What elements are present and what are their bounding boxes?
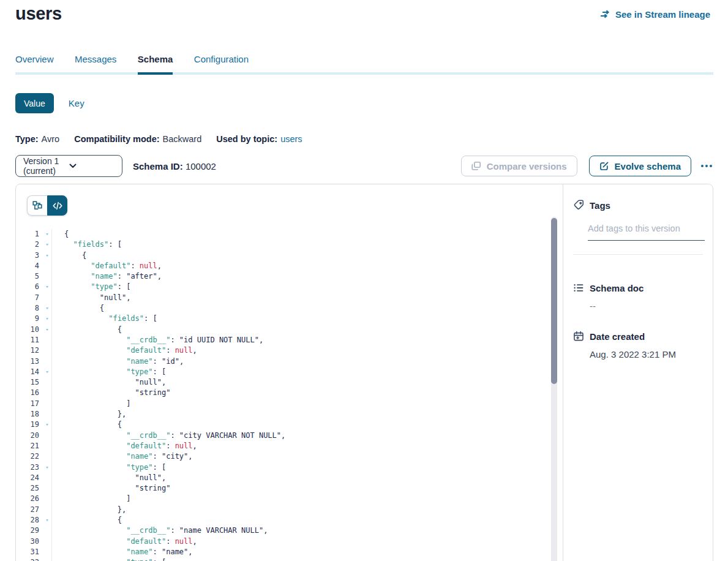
see-in-stream-lineage-link[interactable]: See in Stream lineage	[599, 9, 710, 20]
code-text: "default": null,	[51, 345, 550, 356]
tab-schema[interactable]: Schema	[138, 54, 173, 75]
code-text: "null",	[51, 473, 550, 483]
code-text: "__crdb__": "id UUID NOT NULL",	[51, 335, 550, 345]
line-number: 31	[22, 547, 39, 557]
fold-toggle-icon[interactable]: ▾	[43, 282, 51, 292]
code-text: "string"	[51, 388, 550, 398]
more-options-button[interactable]	[700, 161, 713, 171]
code-text: "default": null,	[51, 441, 550, 451]
page-title: users	[15, 4, 62, 24]
stream-lineage-icon	[599, 9, 610, 20]
compatibility-value: Backward	[163, 134, 202, 144]
view-toggle	[27, 195, 67, 216]
fold-spacer	[43, 473, 51, 483]
tab-configuration[interactable]: Configuration	[194, 54, 249, 72]
line-number: 26	[22, 494, 39, 504]
fold-toggle-icon[interactable]: ▾	[43, 314, 51, 324]
fold-toggle-icon[interactable]: ▾	[43, 557, 51, 561]
line-number: 27	[22, 505, 39, 515]
code-text: },	[51, 505, 550, 515]
line-number: 16	[22, 388, 39, 398]
value-tab-button[interactable]: Value	[15, 93, 54, 113]
fold-spacer	[43, 409, 51, 420]
list-icon	[573, 282, 584, 293]
fold-spacer	[43, 388, 51, 398]
code-text: "__crdb__": "name VARCHAR NULL",	[51, 525, 550, 536]
code-text: "name": "id",	[51, 356, 550, 367]
code-text: "name": "city",	[51, 451, 550, 462]
line-number: 13	[22, 356, 39, 367]
value-key-toggle: Value Key	[15, 93, 84, 113]
fold-toggle-icon[interactable]: ▾	[43, 515, 51, 525]
fold-toggle-icon[interactable]: ▾	[43, 325, 51, 335]
code-view-button[interactable]	[47, 195, 67, 216]
key-tab-button[interactable]: Key	[69, 98, 84, 108]
code-line: 28▾ {	[16, 515, 550, 525]
code-line: 19▾ {	[16, 420, 550, 430]
code-line: 18 },	[16, 409, 550, 420]
tags-section: Tags	[573, 200, 703, 255]
fold-toggle-icon[interactable]: ▾	[43, 250, 51, 261]
fold-toggle-icon[interactable]: ▾	[43, 303, 51, 314]
fold-toggle-icon[interactable]: ▾	[43, 420, 51, 430]
code-text: "__crdb__": "city VARCHAR NOT NULL",	[51, 431, 550, 441]
topic-link[interactable]: users	[280, 134, 302, 144]
fold-spacer	[43, 483, 51, 494]
code-line: 17 ]	[16, 399, 550, 409]
fold-toggle-icon[interactable]: ▾	[43, 367, 51, 377]
line-number: 28	[22, 515, 39, 525]
code-text: "default": null,	[51, 537, 550, 547]
type-label: Type:	[15, 134, 39, 144]
code-line: 32▾ "type": [	[16, 557, 550, 561]
scrollbar-thumb[interactable]	[551, 218, 557, 384]
type-value: Avro	[42, 134, 60, 144]
line-number: 19	[22, 420, 39, 430]
code-text: ]	[51, 494, 550, 504]
tab-overview[interactable]: Overview	[15, 54, 54, 72]
tree-view-icon	[32, 201, 42, 211]
schema-doc-title: Schema doc	[590, 283, 644, 293]
schema-doc-section: Schema doc --	[573, 282, 703, 311]
code-line: 6▾ "type": [	[16, 282, 550, 292]
calendar-plus-icon	[573, 331, 584, 342]
code-text: "type": [	[51, 367, 550, 377]
code-scrollbar[interactable]	[551, 217, 557, 561]
evolve-schema-button[interactable]: Evolve schema	[589, 156, 691, 176]
tree-view-button[interactable]	[27, 195, 47, 216]
code-text: {	[51, 420, 550, 430]
fold-toggle-icon[interactable]: ▾	[43, 239, 51, 250]
line-number: 7	[22, 293, 39, 303]
fold-spacer	[43, 377, 51, 388]
line-number: 21	[22, 441, 39, 451]
fold-spacer	[43, 494, 51, 504]
fold-toggle-icon[interactable]: ▾	[43, 462, 51, 473]
line-number: 30	[22, 537, 39, 547]
compare-versions-button[interactable]: Compare versions	[461, 156, 577, 176]
fold-spacer	[43, 525, 51, 536]
compare-versions-icon	[471, 161, 481, 171]
date-created-value: Aug. 3 2022 3:21 PM	[590, 349, 703, 360]
code-line: 27 },	[16, 505, 550, 515]
version-select[interactable]: Version 1 (current)	[15, 155, 122, 177]
fold-toggle-icon[interactable]: ▾	[43, 229, 51, 239]
edit-schema-icon	[599, 161, 609, 171]
code-text: "type": [	[51, 557, 550, 561]
chevron-down-icon	[69, 164, 115, 168]
line-number: 3	[22, 250, 39, 261]
code-line: 26 ]	[16, 494, 550, 504]
code-line: 13 "name": "id",	[16, 356, 550, 367]
line-number: 22	[22, 451, 39, 462]
fold-spacer	[43, 431, 51, 441]
fold-spacer	[43, 335, 51, 345]
code-line: 29 "__crdb__": "name VARCHAR NULL",	[16, 525, 550, 536]
add-tags-input[interactable]	[588, 224, 705, 241]
line-number: 18	[22, 409, 39, 420]
code-line: 11 "__crdb__": "id UUID NOT NULL",	[16, 335, 550, 345]
schema-doc-value: --	[590, 301, 703, 311]
compatibility-label: Compatibility mode:	[74, 134, 159, 144]
line-number: 5	[22, 271, 39, 282]
code-text: "name": "name",	[51, 547, 550, 557]
tab-messages[interactable]: Messages	[75, 54, 116, 72]
code-text: "fields": [	[51, 239, 550, 250]
code-line: 8▾ {	[16, 303, 550, 314]
